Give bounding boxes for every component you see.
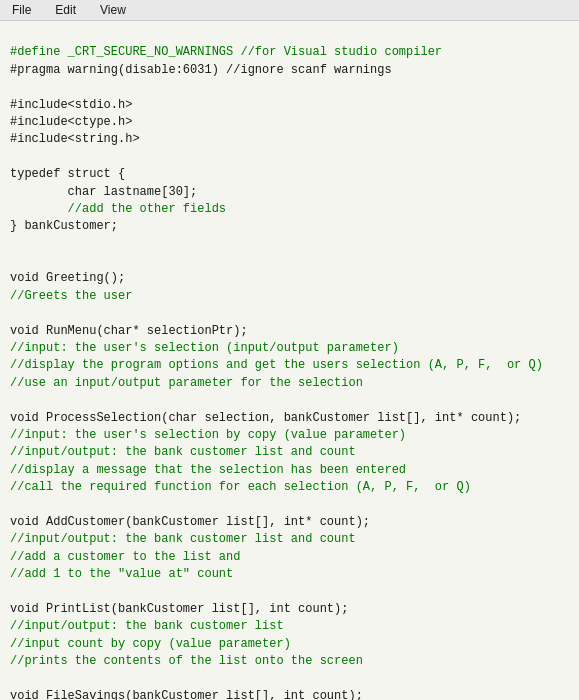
code-line: //input: the user's selection (input/out… [10, 340, 569, 357]
code-line: void AddCustomer(bankCustomer list[], in… [10, 514, 569, 531]
code-line: //add the other fields [10, 201, 569, 218]
code-line: #include<string.h> [10, 131, 569, 148]
empty-line [10, 670, 569, 687]
code-line: void RunMenu(char* selectionPtr); [10, 323, 569, 340]
empty-line [10, 584, 569, 601]
code-line: #define _CRT_SECURE_NO_WARNINGS //for Vi… [10, 44, 569, 61]
empty-line [10, 236, 569, 253]
code-line: //input: the user's selection by copy (v… [10, 427, 569, 444]
code-area: #define _CRT_SECURE_NO_WARNINGS //for Vi… [0, 21, 579, 700]
empty-line [10, 79, 569, 96]
code-line: #pragma warning(disable:6031) //ignore s… [10, 62, 569, 79]
menu-view[interactable]: View [96, 2, 130, 18]
code-line: #include<ctype.h> [10, 114, 569, 131]
code-line: //input/output: the bank customer list a… [10, 531, 569, 548]
menu-file[interactable]: File [8, 2, 35, 18]
menu-bar: File Edit View [0, 0, 579, 21]
code-line: } bankCustomer; [10, 218, 569, 235]
code-line: void PrintList(bankCustomer list[], int … [10, 601, 569, 618]
code-line: //prints the contents of the list onto t… [10, 653, 569, 670]
code-line: //use an input/output parameter for the … [10, 375, 569, 392]
code-line: //input/output: the bank customer list [10, 618, 569, 635]
code-line: void ProcessSelection(char selection, ba… [10, 410, 569, 427]
code-line: //call the required function for each se… [10, 479, 569, 496]
empty-line [10, 149, 569, 166]
empty-line [10, 305, 569, 322]
code-line: typedef struct { [10, 166, 569, 183]
empty-line [10, 253, 569, 270]
menu-edit[interactable]: Edit [51, 2, 80, 18]
code-line: //input count by copy (value parameter) [10, 636, 569, 653]
code-line: //input/output: the bank customer list a… [10, 444, 569, 461]
code-line: void Greeting(); [10, 270, 569, 287]
code-line: //display a message that the selection h… [10, 462, 569, 479]
code-line: //display the program options and get th… [10, 357, 569, 374]
code-line: //Greets the user [10, 288, 569, 305]
empty-line [10, 497, 569, 514]
code-line: #include<stdio.h> [10, 97, 569, 114]
code-line: void FileSavings(bankCustomer list[], in… [10, 688, 569, 700]
code-line: char lastname[30]; [10, 184, 569, 201]
code-line: //add 1 to the "value at" count [10, 566, 569, 583]
empty-line [10, 392, 569, 409]
code-line: //add a customer to the list and [10, 549, 569, 566]
